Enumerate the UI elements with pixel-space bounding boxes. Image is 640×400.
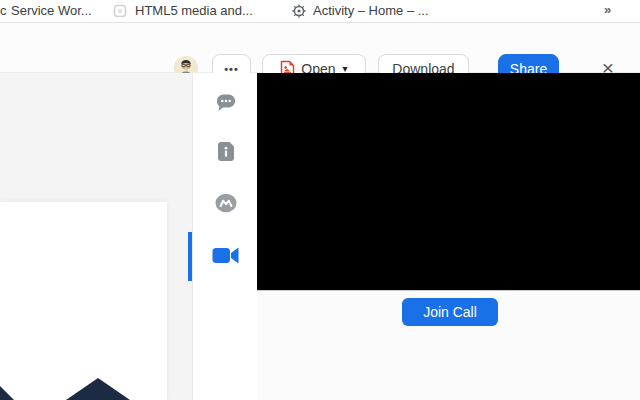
circle-m-icon bbox=[215, 193, 237, 213]
video-feed-area bbox=[257, 73, 640, 290]
rounded-square-favicon bbox=[113, 4, 127, 18]
call-panel: Join Call bbox=[257, 290, 640, 400]
file-info-icon bbox=[217, 141, 235, 162]
truncated-bookmark-text[interactable]: c bbox=[0, 3, 7, 18]
bookmark-activity-home[interactable]: Activity – Home – ... bbox=[313, 3, 429, 18]
bookmark-service-worker[interactable]: Service Wor... bbox=[11, 3, 92, 18]
active-item-indicator bbox=[188, 232, 192, 281]
sidebar-item-video-call[interactable] bbox=[193, 238, 258, 272]
bookmarks-bar: c Service Wor... HTML5 media and... Acti… bbox=[0, 0, 640, 23]
document-page-preview[interactable] bbox=[0, 202, 167, 400]
bookmarks-overflow-chevron-icon[interactable]: » bbox=[604, 2, 611, 17]
side-rail bbox=[192, 73, 257, 400]
join-call-button[interactable]: Join Call bbox=[402, 298, 498, 326]
bookmark-html5-media[interactable]: HTML5 media and... bbox=[135, 3, 253, 18]
video-camera-icon bbox=[212, 246, 239, 265]
gear-favicon bbox=[292, 4, 306, 18]
file-preview-window: c Service Wor... HTML5 media and... Acti… bbox=[0, 0, 640, 400]
preview-toolbar: ••• Open ▾ Download Share × bbox=[0, 23, 640, 73]
sidebar-item-comments[interactable] bbox=[193, 86, 258, 120]
sidebar-item-capture[interactable] bbox=[193, 186, 258, 220]
sidebar-item-info[interactable] bbox=[193, 134, 258, 168]
comment-bubble-icon bbox=[215, 93, 237, 113]
navy-logo-shapes bbox=[0, 202, 167, 400]
preview-backdrop bbox=[0, 73, 192, 400]
